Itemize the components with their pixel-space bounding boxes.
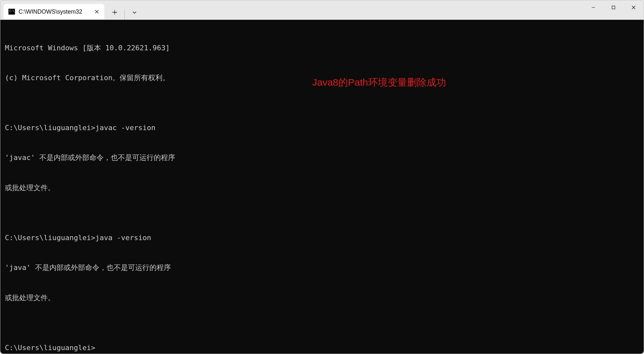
svg-text:C:\: C:\ — [9, 10, 14, 13]
terminal-line: 'javac' 不是内部或外部命令，也不是可运行的程序 — [5, 153, 639, 163]
terminal-line: C:\Users\liuguanglei>java -version — [5, 233, 639, 243]
tab-close-button[interactable] — [93, 8, 100, 15]
maximize-button[interactable] — [603, 0, 624, 15]
new-tab-button[interactable] — [108, 5, 122, 19]
tab-dropdown-button[interactable] — [127, 5, 142, 19]
close-button[interactable] — [624, 0, 644, 15]
terminal-line: C:\Users\liuguanglei>javac -version — [5, 123, 639, 133]
window-controls — [583, 0, 644, 19]
tab-cmd[interactable]: C:\ C:\WINDOWS\system32 — [4, 4, 104, 19]
terminal-line: 'java' 不是内部或外部命令，也不是可运行的程序 — [5, 263, 639, 273]
terminal-line: Microsoft Windows [版本 10.0.22621.963] — [5, 43, 639, 53]
titlebar-spacer[interactable] — [142, 0, 583, 19]
tab-area: C:\ C:\WINDOWS\system32 — [0, 0, 142, 19]
terminal-line: C:\Users\liuguanglei> — [5, 343, 639, 353]
terminal-body[interactable]: Microsoft Windows [版本 10.0.22621.963] (c… — [0, 20, 644, 354]
tab-divider — [124, 10, 125, 19]
minimize-button[interactable] — [583, 0, 603, 15]
tab-title: C:\WINDOWS\system32 — [19, 8, 91, 15]
annotation-overlay: Java8的Path环境变量删除成功 — [312, 76, 446, 89]
window-titlebar: C:\ C:\WINDOWS\system32 — [0, 0, 644, 20]
terminal-line: 或批处理文件。 — [5, 293, 639, 303]
svg-rect-7 — [612, 6, 615, 9]
cmd-icon: C:\ — [8, 8, 15, 15]
terminal-line: 或批处理文件。 — [5, 183, 639, 193]
